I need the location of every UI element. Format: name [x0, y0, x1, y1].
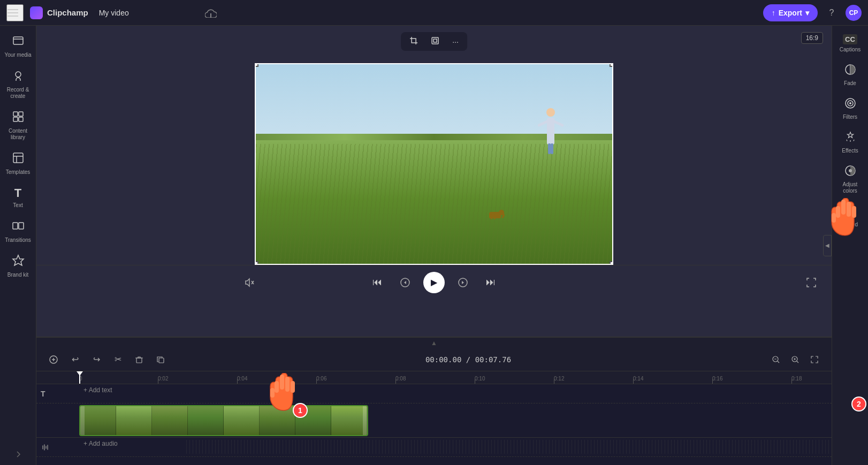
sidebar-expand-button[interactable] [12, 448, 25, 461]
your-media-icon [12, 34, 25, 50]
scene-grass [256, 144, 612, 264]
ruler-line-9 [791, 379, 792, 384]
time-separator: / [466, 355, 470, 364]
app-name: Clipchamp [47, 8, 88, 17]
ruler-mark-6: 0:12 [554, 376, 564, 382]
timeline-tracks: T + Add text [36, 384, 832, 465]
video-track-content [79, 403, 832, 438]
mute-button[interactable] [240, 273, 259, 292]
filmstrip-frame-5 [224, 406, 260, 435]
redo-button[interactable]: ↪ [88, 351, 105, 368]
filters-icon [844, 97, 856, 112]
audio-track-row: + Add audio [36, 438, 832, 457]
skip-to-start-button[interactable]: ⏮ [368, 273, 387, 292]
svg-rect-5 [13, 117, 18, 121]
filmstrip-frame-3 [152, 406, 188, 435]
audio-track-label [36, 443, 79, 452]
video-frame[interactable]: ↻ [255, 63, 613, 265]
add-text-button[interactable]: + Add text [79, 384, 832, 396]
svg-point-25 [849, 102, 851, 104]
delete-button[interactable] [131, 351, 148, 368]
resize-handle-bottom-right[interactable] [610, 261, 613, 265]
more-options-button[interactable]: ··· [448, 34, 463, 49]
sidebar-label-your-media: Your media [4, 52, 31, 58]
scene-horizon [256, 134, 612, 140]
svg-rect-12 [433, 39, 437, 42]
timeline-area: ▲ ↩ ↪ ✂ 00:00.00 / 00:07.76 [36, 337, 832, 465]
zoom-in-button[interactable] [787, 351, 804, 368]
playback-controls: ⏮ ▶ ⏭ [36, 265, 832, 300]
filters-label: Filters [843, 114, 857, 120]
svg-rect-4 [19, 112, 23, 116]
timeline-ruler: 0 0:02 0:04 0:06 0:08 0:10 0:12 [36, 371, 832, 384]
svg-rect-9 [19, 223, 24, 229]
playhead[interactable] [79, 371, 80, 384]
right-sidebar-item-filters[interactable]: Filters [834, 93, 866, 125]
right-sidebar-item-speed[interactable]: Speed [834, 201, 866, 232]
svg-rect-1 [13, 37, 23, 44]
export-dropdown-icon: ▾ [805, 9, 809, 17]
project-title[interactable] [95, 6, 197, 19]
right-sidebar-item-adjust-colors[interactable]: Adjustcolors [834, 161, 866, 199]
timeline-toolbar: ↩ ↪ ✂ 00:00.00 / 00:07.76 [36, 348, 832, 371]
help-button[interactable]: ? [824, 5, 839, 20]
transitions-icon [12, 219, 25, 235]
ruler-line-5 [475, 379, 475, 384]
sidebar-item-brand-kit[interactable]: Brand kit [2, 250, 34, 283]
sidebar-label-transitions: Transitions [5, 237, 31, 243]
filmstrip-frame-7 [295, 406, 331, 435]
logo-icon [30, 6, 43, 19]
menu-button[interactable] [6, 4, 24, 21]
right-sidebar-item-fade[interactable]: Fade [834, 59, 866, 91]
scene-dog [489, 210, 505, 219]
fit-timeline-button[interactable] [806, 351, 823, 368]
sidebar-item-record[interactable]: Record &create [2, 65, 34, 104]
sidebar-item-your-media[interactable]: Your media [2, 30, 34, 63]
skip-to-end-button[interactable]: ⏭ [481, 273, 500, 292]
right-sidebar-item-effects[interactable]: Effects [834, 127, 866, 158]
clip-left-handle[interactable] [80, 406, 85, 435]
resize-handle-top-right[interactable] [610, 63, 613, 67]
fullscreen-button[interactable] [802, 273, 821, 292]
effects-icon [844, 131, 856, 146]
sidebar-item-templates[interactable]: Templates [2, 147, 34, 180]
panel-collapse-button[interactable]: ◀ [823, 235, 832, 256]
svg-rect-3 [13, 112, 18, 116]
video-clip[interactable] [79, 405, 368, 436]
ruler-line-2 [237, 379, 238, 384]
app-logo[interactable]: Clipchamp [30, 6, 88, 19]
center-area: ··· 16:9 [36, 26, 832, 465]
timeline-expand-handle[interactable]: ▲ [36, 337, 832, 348]
preview-area: ··· 16:9 [36, 26, 832, 337]
svg-rect-18 [136, 358, 142, 363]
sidebar-item-text[interactable]: T Text [2, 182, 34, 213]
ruler-mark-8: 0:16 [712, 376, 722, 382]
resize-handle-bottom-left[interactable] [255, 261, 258, 265]
crop-button[interactable] [405, 34, 422, 49]
copy-button[interactable] [152, 351, 169, 368]
rewind-button[interactable] [395, 273, 415, 292]
sidebar-item-transitions[interactable]: Transitions [2, 215, 34, 248]
right-sidebar-item-captions[interactable]: CC Captions [834, 30, 866, 57]
smart-edit-button[interactable] [45, 351, 62, 368]
play-button[interactable]: ▶ [423, 272, 445, 293]
undo-button[interactable]: ↩ [66, 351, 83, 368]
zoom-out-button[interactable] [767, 351, 785, 368]
scene-person [546, 108, 555, 144]
cut-button[interactable]: ✂ [109, 351, 126, 368]
resize-handle-top-left[interactable] [255, 63, 258, 67]
content-library-icon [12, 110, 25, 126]
forward-button[interactable] [453, 273, 473, 292]
ruler-mark-4: 0:08 [395, 376, 406, 382]
sidebar-item-content-library[interactable]: Contentlibrary [2, 106, 34, 145]
export-button[interactable]: ↑ Export ▾ [763, 4, 818, 21]
sidebar-label-text: Text [13, 202, 22, 209]
clip-right-handle[interactable] [363, 406, 367, 435]
fit-button[interactable] [427, 34, 444, 49]
avatar[interactable]: CP [846, 5, 862, 21]
video-frame-wrapper: ↻ [255, 63, 613, 265]
ruler-mark-1: 0:02 [158, 376, 168, 382]
filmstrip-frame-4 [188, 406, 224, 435]
templates-icon [12, 151, 25, 167]
cloud-sync-icon[interactable] [203, 5, 218, 20]
